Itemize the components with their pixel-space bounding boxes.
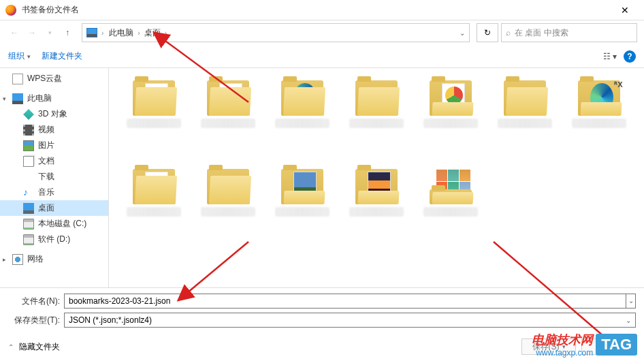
save-form: 文件名(N): ⌄ 保存类型(T): JSON (*.json;*.jsonlz… (0, 287, 644, 328)
filename-label: 文件名(N): (8, 296, 60, 307)
filetype-label: 保存类型(T): (8, 315, 60, 326)
file-label-blurred (127, 119, 181, 128)
file-label-blurred (275, 207, 329, 217)
expand-icon[interactable]: ▾ (3, 95, 6, 102)
sidebar-item-pictures[interactable]: 图片 (0, 138, 108, 153)
file-label-blurred (127, 207, 181, 217)
expand-icon[interactable]: ⌃ (8, 343, 14, 351)
sidebar-item-3d[interactable]: 3D 对象 (0, 106, 108, 122)
folder-item[interactable] (195, 165, 261, 240)
navbar: ← → ▾ ↑ › 此电脑 › 桌面 › ⌄ ↻ ⌕ 在 桌面 中搜索 (0, 20, 644, 45)
cancel-button[interactable]: 取消 (581, 338, 636, 355)
file-label-blurred (423, 119, 478, 128)
expand-icon[interactable]: ▸ (3, 256, 6, 263)
toolbar: 组织 ▾ 新建文件夹 ☷ ▾ ? (0, 45, 644, 68)
sidebar: WPS云盘 ▾此电脑 3D 对象 视频 图片 文档 下载 ♪音乐 桌面 本地磁盘… (0, 68, 109, 287)
breadcrumb-desktop[interactable]: 桌面 (143, 27, 162, 39)
filetype-select[interactable]: JSON (*.json;*.jsonlz4) ⌄ (64, 313, 636, 328)
file-content-area[interactable]: CRX ᴿX (109, 68, 644, 287)
titlebar: 书签备份文件名 ✕ (0, 0, 644, 20)
file-label-blurred (201, 119, 255, 128)
close-button[interactable]: ✕ (611, 1, 639, 20)
search-input[interactable]: ⌕ 在 桌面 中搜索 (501, 23, 637, 42)
back-button[interactable]: ← (7, 25, 22, 40)
folder-icon (133, 169, 175, 204)
folder-icon (207, 80, 249, 116)
sidebar-item-network[interactable]: ▸网络 (0, 251, 108, 267)
folder-item[interactable] (270, 165, 336, 240)
folder-icon: ᴿX (578, 80, 620, 116)
folder-icon (281, 169, 323, 204)
filename-input[interactable] (64, 294, 626, 309)
file-label-blurred (201, 207, 255, 217)
sidebar-item-drive-d[interactable]: 软件 (D:) (0, 232, 108, 247)
filename-dropdown-icon[interactable]: ⌄ (626, 294, 636, 309)
firefox-icon (5, 5, 16, 16)
folder-item[interactable] (121, 165, 187, 240)
history-dropdown-icon[interactable]: ▾ (42, 25, 57, 40)
up-button[interactable]: ↑ (60, 25, 75, 40)
window-title: 书签备份文件名 (22, 4, 611, 16)
chevron-down-icon: ⌄ (626, 317, 631, 324)
folder-icon (355, 80, 398, 116)
new-folder-button[interactable]: 新建文件夹 (42, 50, 82, 62)
footer: ⌃ 隐藏文件夹 保存(S)▾ 取消 (0, 332, 644, 362)
sidebar-item-documents[interactable]: 文档 (0, 153, 108, 169)
file-label-blurred (349, 207, 404, 217)
chevron-right-icon: › (138, 29, 140, 37)
folder-icon (355, 169, 398, 204)
breadcrumb: 此电脑 › 桌面 › (108, 27, 167, 39)
folder-item[interactable] (344, 165, 410, 240)
sidebar-item-downloads[interactable]: 下载 (0, 169, 108, 185)
help-button[interactable]: ? (624, 50, 636, 63)
sidebar-item-wps[interactable]: WPS云盘 (0, 71, 108, 86)
folder-item[interactable] (121, 76, 187, 151)
address-bar[interactable]: › 此电脑 › 桌面 › ⌄ (82, 23, 470, 42)
folder-item[interactable] (270, 76, 336, 151)
hide-folders-button[interactable]: 隐藏文件夹 (19, 341, 60, 353)
breadcrumb-pc[interactable]: 此电脑 (108, 27, 135, 39)
address-dropdown-icon[interactable]: ⌄ (460, 29, 465, 37)
sidebar-item-pc[interactable]: ▾此电脑 (0, 91, 108, 106)
file-label-blurred (349, 119, 404, 128)
sidebar-item-music[interactable]: ♪音乐 (0, 185, 108, 200)
view-mode-button[interactable]: ☷ ▾ (603, 52, 617, 61)
folder-icon (207, 169, 249, 204)
search-placeholder: 在 桌面 中搜索 (515, 27, 568, 39)
sidebar-item-video[interactable]: 视频 (0, 122, 108, 138)
file-label-blurred (275, 119, 329, 128)
folder-item[interactable] (344, 76, 410, 151)
folder-icon (281, 80, 323, 116)
file-label-blurred (423, 207, 478, 217)
sidebar-item-drive-c[interactable]: 本地磁盘 (C:) (0, 216, 108, 232)
folder-icon (504, 80, 546, 116)
file-label-blurred (498, 119, 552, 128)
folder-item[interactable] (195, 76, 261, 151)
folder-icon (430, 169, 472, 204)
save-button[interactable]: 保存(S)▾ (521, 338, 576, 355)
sidebar-item-desktop[interactable]: 桌面 (0, 200, 108, 216)
refresh-button[interactable]: ↻ (477, 23, 498, 42)
main-area: WPS云盘 ▾此电脑 3D 对象 视频 图片 文档 下载 ♪音乐 桌面 本地磁盘… (0, 68, 644, 287)
folder-item[interactable]: CRX (417, 76, 483, 151)
pc-icon (86, 28, 97, 37)
folder-item[interactable]: ᴿX (566, 76, 632, 151)
organize-button[interactable]: 组织 ▾ (8, 50, 31, 62)
chevron-down-icon: ▾ (27, 53, 31, 60)
forward-button[interactable]: → (25, 25, 39, 40)
folder-item[interactable] (492, 76, 558, 151)
folder-icon (133, 80, 175, 116)
folder-icon: CRX (430, 80, 472, 116)
search-icon: ⌕ (506, 28, 511, 37)
folder-item[interactable] (417, 165, 483, 240)
chevron-right-icon: › (165, 29, 167, 37)
file-label-blurred (572, 119, 626, 128)
chevron-right-icon: › (101, 29, 103, 37)
